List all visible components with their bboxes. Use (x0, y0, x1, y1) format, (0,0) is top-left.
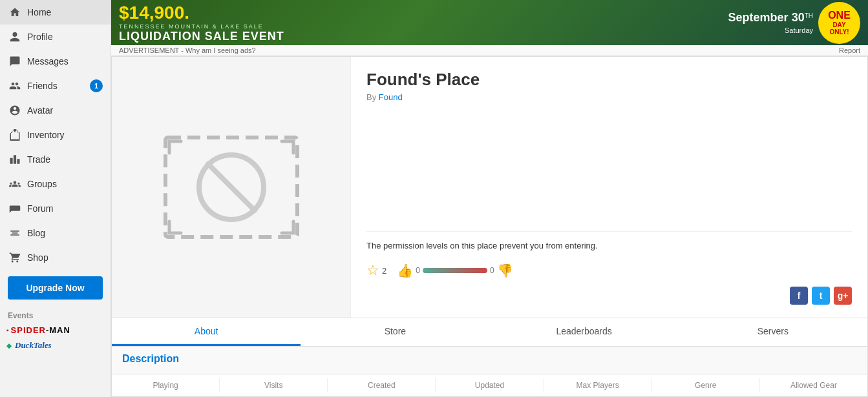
sidebar-item-messages[interactable]: Messages (0, 49, 111, 74)
sidebar-item-forum[interactable]: Forum (0, 196, 111, 221)
permission-note: The permission levels on this place prev… (366, 231, 852, 252)
ad-meta-text: ADVERTISEMENT - Why am I seeing ads? (119, 46, 256, 54)
tab-store[interactable]: Store (301, 318, 489, 346)
profile-icon (8, 30, 22, 44)
home-icon (8, 5, 22, 19)
place-title: Found's Place (366, 70, 852, 90)
tab-leaderboards[interactable]: Leaderboards (490, 318, 679, 346)
vote-bar (423, 268, 487, 273)
star-rating[interactable]: ☆ 2 (366, 262, 386, 279)
place-by: By Found (366, 92, 852, 102)
sidebar-item-inventory[interactable]: Inventory (0, 123, 111, 147)
sidebar: Home Profile Messages Friends 1 Avatar I… (0, 0, 111, 397)
star-count: 2 (382, 266, 386, 276)
sidebar-item-blog[interactable]: Blog (0, 221, 111, 245)
thumb-up-icon[interactable]: 👍 (397, 263, 413, 278)
vote-row: 👍 0 0 👎 (397, 263, 513, 278)
stat-allowed-gear: Allowed Gear (760, 378, 867, 392)
no-image-placeholder (160, 132, 302, 242)
friends-badge: 1 (90, 79, 103, 92)
ad-report-link[interactable]: Report (839, 46, 860, 54)
ratings-row: ☆ 2 👍 0 0 👎 (366, 262, 852, 279)
stat-max-players: Max Players (544, 378, 652, 392)
sidebar-item-friends[interactable]: Friends 1 (0, 74, 111, 98)
sidebar-item-home[interactable]: Home (0, 0, 111, 25)
spiderman-logo: ▪ SPIDER-MAN (6, 325, 70, 335)
ducktales-logo: ◆ DuckTales (6, 340, 52, 351)
stat-created: Created (328, 378, 436, 392)
tabs-bar: About Store Leaderboards Servers (112, 318, 867, 346)
ad-date: September 30TH Saturday (728, 10, 813, 36)
inventory-icon (8, 128, 22, 142)
messages-icon (8, 54, 22, 68)
twitter-share-button[interactable]: t (812, 287, 830, 305)
ad-title-big: Liquidation Sale Event (119, 30, 728, 43)
description-title: Description (122, 353, 857, 365)
googleplus-share-button[interactable]: g+ (834, 287, 852, 305)
groups-icon (8, 177, 22, 191)
sidebar-item-profile[interactable]: Profile (0, 25, 111, 49)
place-info: Found's Place By Found The permission le… (351, 57, 867, 318)
avatar-icon (8, 103, 22, 117)
ad-text-block: $14,900. Tennessee Mountain & Lake Sale … (119, 3, 728, 43)
upgrade-now-button[interactable]: Upgrade Now (8, 276, 103, 300)
sidebar-event-ducktales[interactable]: ◆ DuckTales (0, 338, 111, 353)
stat-updated: Updated (436, 378, 544, 392)
stat-genre: Genre (652, 378, 760, 392)
ad-badge: ONE DAY ONLY! (818, 2, 860, 44)
social-share-row: f t g+ (366, 287, 852, 305)
forum-icon (8, 201, 22, 216)
svg-line-2 (208, 164, 255, 210)
friends-icon (8, 79, 22, 93)
sidebar-item-shop[interactable]: Shop (0, 245, 111, 270)
sidebar-item-avatar[interactable]: Avatar (0, 98, 111, 123)
place-card: Found's Place By Found The permission le… (111, 56, 868, 397)
trade-icon (8, 152, 22, 167)
place-thumbnail (112, 57, 351, 318)
sidebar-item-trade[interactable]: Trade (0, 147, 111, 172)
star-icon: ☆ (366, 262, 379, 279)
place-content: Found's Place By Found The permission le… (112, 57, 867, 318)
ad-meta-bar: ADVERTISEMENT - Why am I seeing ads? Rep… (111, 45, 868, 56)
sidebar-item-groups[interactable]: Groups (0, 172, 111, 196)
place-author-link[interactable]: Found (379, 92, 403, 102)
ad-price: $14,900. (119, 3, 728, 23)
thumb-down-icon[interactable]: 👎 (497, 263, 513, 278)
events-label: Events (0, 306, 111, 323)
blog-icon (8, 226, 22, 240)
stat-playing: Playing (112, 378, 220, 392)
stat-visits: Visits (220, 378, 328, 392)
tab-servers[interactable]: Servers (679, 318, 867, 346)
stats-row: Playing Visits Created Updated Max Playe… (112, 374, 867, 396)
sidebar-event-spiderman[interactable]: ▪ SPIDER-MAN (0, 323, 111, 338)
facebook-share-button[interactable]: f (790, 287, 808, 305)
description-area: Description (112, 346, 867, 374)
ad-subtitle: Tennessee Mountain & Lake Sale (119, 23, 728, 30)
downvote-count: 0 (490, 266, 494, 275)
ad-banner: $14,900. Tennessee Mountain & Lake Sale … (111, 0, 868, 45)
upvote-count: 0 (416, 266, 420, 275)
tab-about[interactable]: About (112, 318, 301, 346)
shop-icon (8, 250, 22, 265)
main-content: $14,900. Tennessee Mountain & Lake Sale … (111, 0, 868, 397)
